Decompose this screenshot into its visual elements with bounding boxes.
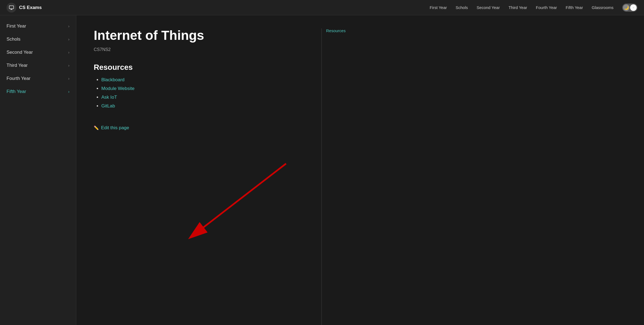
list-item: Blackboard bbox=[101, 77, 304, 83]
nav-item-glassrooms[interactable]: Glassrooms bbox=[592, 5, 613, 10]
main-content: Internet of Things CS7NS2 Resources Blac… bbox=[76, 15, 321, 325]
sidebar-item-label: Fifth Year bbox=[7, 89, 26, 94]
main-nav: First YearScholsSecond YearThird YearFou… bbox=[430, 5, 613, 10]
resources-list: BlackboardModule WebsiteAsk IoTGitLab bbox=[94, 77, 304, 109]
nav-item-fifth-year[interactable]: Fifth Year bbox=[566, 5, 583, 10]
edit-label: Edit this page bbox=[101, 125, 129, 131]
nav-item-fourth-year[interactable]: Fourth Year bbox=[536, 5, 557, 10]
sidebar-item-fourth-year[interactable]: Fourth Year› bbox=[0, 72, 76, 85]
sidebar-item-label: Schols bbox=[7, 37, 20, 42]
brand-icon bbox=[7, 3, 16, 13]
brand-name: CS Exams bbox=[19, 5, 42, 10]
brand: CS Exams bbox=[7, 3, 42, 13]
theme-toggle[interactable]: 🌙 ☀ bbox=[622, 4, 637, 12]
resource-link-gitlab[interactable]: GitLab bbox=[101, 103, 115, 109]
list-item: GitLab bbox=[101, 103, 304, 109]
nav-item-third-year[interactable]: Third Year bbox=[509, 5, 527, 10]
pencil-icon: ✏️ bbox=[94, 125, 99, 130]
sidebar: First Year›Schols›Second Year›Third Year… bbox=[0, 15, 76, 325]
header: CS Exams First YearScholsSecond YearThir… bbox=[0, 0, 644, 15]
nav-item-schols[interactable]: Schols bbox=[456, 5, 468, 10]
chevron-right-icon: › bbox=[68, 76, 69, 81]
sidebar-item-label: First Year bbox=[7, 23, 26, 29]
module-code: CS7NS2 bbox=[94, 47, 304, 52]
sidebar-item-label: Third Year bbox=[7, 63, 28, 68]
nav-item-first-year[interactable]: First Year bbox=[430, 5, 447, 10]
right-sidebar: Resources bbox=[322, 15, 350, 325]
chevron-right-icon: › bbox=[68, 50, 69, 55]
sun-icon: ☀ bbox=[630, 4, 637, 11]
nav-item-second-year[interactable]: Second Year bbox=[477, 5, 500, 10]
chevron-right-icon: › bbox=[68, 89, 69, 94]
sidebar-item-second-year[interactable]: Second Year› bbox=[0, 46, 76, 59]
list-item: Ask IoT bbox=[101, 95, 304, 100]
chevron-right-icon: › bbox=[68, 24, 69, 28]
page-layout: First Year›Schols›Second Year›Third Year… bbox=[0, 15, 644, 325]
resource-link-ask-iot[interactable]: Ask IoT bbox=[101, 95, 117, 100]
monitor-icon bbox=[9, 5, 14, 10]
sidebar-item-third-year[interactable]: Third Year› bbox=[0, 59, 76, 72]
sidebar-item-schols[interactable]: Schols› bbox=[0, 33, 76, 46]
sidebar-item-first-year[interactable]: First Year› bbox=[0, 20, 76, 33]
chevron-right-icon: › bbox=[68, 37, 69, 41]
list-item: Module Website bbox=[101, 86, 304, 91]
right-sidebar-resources-link[interactable]: Resources bbox=[326, 28, 346, 33]
sidebar-item-label: Fourth Year bbox=[7, 76, 31, 81]
edit-page-link[interactable]: ✏️ Edit this page bbox=[94, 125, 129, 131]
sidebar-item-fifth-year[interactable]: Fifth Year› bbox=[0, 85, 76, 98]
resources-heading: Resources bbox=[94, 63, 304, 72]
sidebar-item-label: Second Year bbox=[7, 50, 33, 55]
resource-link-blackboard[interactable]: Blackboard bbox=[101, 77, 124, 82]
moon-icon: 🌙 bbox=[623, 4, 630, 11]
chevron-right-icon: › bbox=[68, 63, 69, 68]
page-title: Internet of Things bbox=[94, 28, 304, 43]
svg-rect-0 bbox=[9, 6, 14, 9]
resource-link-module-website[interactable]: Module Website bbox=[101, 86, 135, 91]
